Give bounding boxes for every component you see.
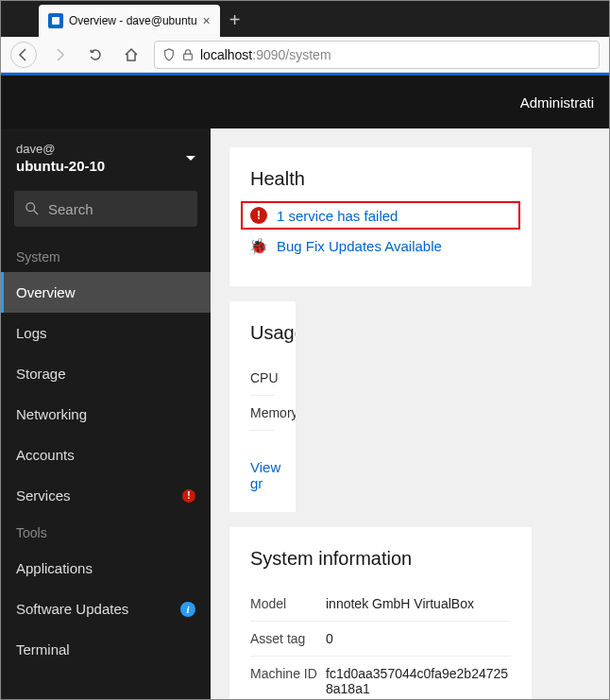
sidebar-item-logs[interactable]: Logs [1,313,211,353]
sysinfo-title: System information [250,548,511,570]
tab-title: Overview - dave@ubuntu [69,14,197,27]
svg-rect-0 [184,54,193,60]
host-user: dave@ [16,142,105,156]
search-input[interactable]: Search [14,191,197,227]
url-text: localhost:9090/system [200,47,331,62]
close-tab-icon[interactable]: × [203,13,211,28]
nav-heading-system: System [1,240,211,272]
health-failed-link[interactable]: 1 service has failed [277,208,398,224]
home-button[interactable] [118,42,144,68]
shield-icon [162,48,176,61]
info-row-asset-tag: Asset tag 0 [250,622,511,657]
host-name: ubuntu-20-10 [16,158,105,174]
health-service-failed[interactable]: 1 service has failed [241,201,520,230]
url-bar[interactable]: localhost:9090/system [154,41,600,69]
usage-view-graphs-link[interactable]: View gr [250,459,275,491]
system-info-card: System information Model innotek GmbH Vi… [229,527,532,700]
svg-point-1 [26,203,35,212]
main-content: Health 1 service has failed 🐞 Bug Fix Up… [211,128,609,700]
error-icon [250,207,267,224]
usage-card: Usage CPU Memory View gr [229,301,296,512]
browser-tab-bar: Overview - dave@ubuntu × + [1,1,609,37]
search-placeholder: Search [48,201,93,217]
sidebar-item-accounts[interactable]: Accounts [1,435,211,475]
health-updates[interactable]: 🐞 Bug Fix Updates Available [250,237,511,254]
favicon-icon [48,13,63,28]
health-updates-link[interactable]: Bug Fix Updates Available [277,238,442,254]
sidebar: dave@ ubuntu-20-10 Search System Overvie… [1,128,211,700]
usage-title: Usage [250,322,275,344]
header-right-label[interactable]: Administrati [520,94,594,111]
sidebar-item-software-updates[interactable]: Software Updates [1,589,211,629]
info-row-machine-id: Machine ID fc1d0aa357044c0fa9e2b247258a1… [250,657,511,700]
chevron-down-icon [186,156,195,161]
browser-tab[interactable]: Overview - dave@ubuntu × [39,5,220,37]
sidebar-item-services[interactable]: Services [1,475,211,516]
lock-icon [181,48,195,61]
health-title: Health [250,168,511,190]
sidebar-item-networking[interactable]: Networking [1,394,211,435]
usage-row-memory: Memory [250,396,275,431]
svg-line-2 [34,211,38,214]
nav-heading-tools: Tools [1,516,211,548]
forward-button[interactable] [46,42,73,68]
health-card: Health 1 service has failed 🐞 Bug Fix Up… [229,147,532,286]
new-tab-button[interactable]: + [229,9,241,31]
info-icon [180,602,195,617]
sidebar-item-applications[interactable]: Applications [1,548,211,589]
host-selector[interactable]: dave@ ubuntu-20-10 [1,128,211,187]
header-bar: Administrati [1,76,609,128]
browser-toolbar: localhost:9090/system [1,37,609,73]
usage-row-cpu: CPU [250,361,275,396]
info-row-model: Model innotek GmbH VirtualBox [250,587,511,622]
reload-button[interactable] [82,42,109,68]
search-icon [25,202,39,215]
sidebar-item-storage[interactable]: Storage [1,353,211,394]
back-button[interactable] [10,42,37,68]
bug-icon: 🐞 [250,237,267,254]
alert-icon [182,489,195,503]
sidebar-item-overview[interactable]: Overview [1,272,211,313]
sidebar-item-terminal[interactable]: Terminal [1,629,211,670]
